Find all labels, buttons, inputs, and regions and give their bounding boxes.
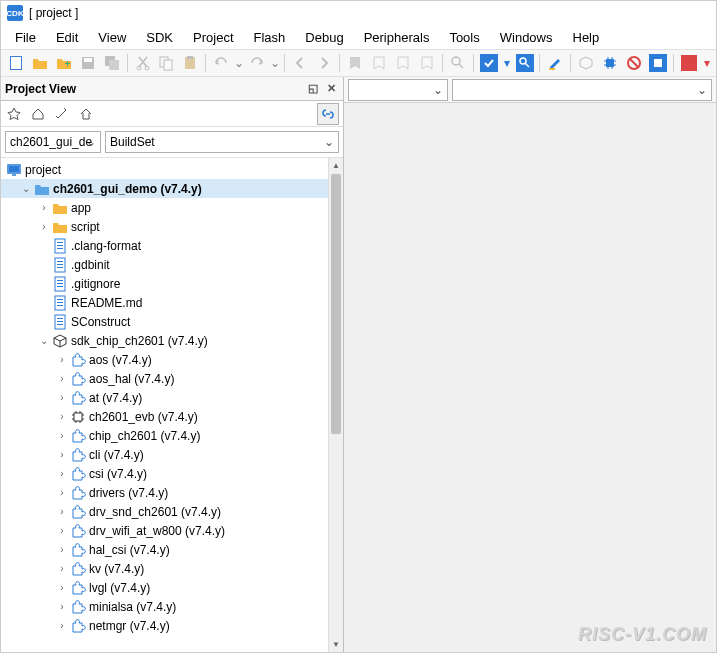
bookmark4-icon[interactable] — [416, 52, 438, 74]
restore-icon[interactable]: ◱ — [305, 81, 321, 97]
home-icon[interactable] — [29, 105, 47, 123]
blue-btn2-icon[interactable] — [514, 52, 536, 74]
save-icon[interactable] — [77, 52, 99, 74]
tree-component[interactable]: ›drv_wifi_at_w800 (v7.4.y) — [1, 521, 343, 540]
bookmark1-icon[interactable] — [344, 52, 366, 74]
tree-component[interactable]: ›aos_hal (v7.4.y) — [1, 369, 343, 388]
new-folder-icon[interactable] — [53, 52, 75, 74]
grid-red-icon[interactable] — [678, 52, 700, 74]
expand-icon[interactable]: › — [55, 392, 69, 403]
tree-component[interactable]: ›chip_ch2601 (v7.4.y) — [1, 426, 343, 445]
menu-sdk[interactable]: SDK — [136, 28, 183, 47]
expand-icon[interactable]: › — [55, 563, 69, 574]
menu-file[interactable]: File — [5, 28, 46, 47]
menu-flash[interactable]: Flash — [244, 28, 296, 47]
project-tree[interactable]: project ⌄ ch2601_gui_demo (v7.4.y) › app… — [1, 158, 343, 652]
nav-fwd-icon[interactable] — [313, 52, 335, 74]
expand-icon[interactable]: › — [55, 411, 69, 422]
project-select[interactable]: ch2601_gui_de — [5, 131, 101, 153]
scroll-up-icon[interactable]: ▲ — [329, 158, 343, 173]
menu-windows[interactable]: Windows — [490, 28, 563, 47]
open-icon[interactable] — [29, 52, 51, 74]
expand-icon[interactable]: › — [55, 468, 69, 479]
tree-component[interactable]: ›kv (v7.4.y) — [1, 559, 343, 578]
expand-icon[interactable]: › — [55, 449, 69, 460]
tree-component[interactable]: ›csi (v7.4.y) — [1, 464, 343, 483]
tree-folder[interactable]: › script — [1, 217, 343, 236]
tree-file[interactable]: .clang-format — [1, 236, 343, 255]
buildset-select[interactable]: BuildSet — [105, 131, 339, 153]
tree-file[interactable]: .gitignore — [1, 274, 343, 293]
collapse-icon[interactable]: ⌄ — [19, 183, 33, 194]
menu-edit[interactable]: Edit — [46, 28, 88, 47]
undo-icon[interactable] — [210, 52, 232, 74]
blue-dropdown-icon[interactable]: ▾ — [502, 52, 512, 74]
blue-btn3-icon[interactable] — [647, 52, 669, 74]
tree-component[interactable]: ›netmgr (v7.4.y) — [1, 616, 343, 635]
close-panel-icon[interactable]: ✕ — [323, 81, 339, 97]
nav-back-icon[interactable] — [289, 52, 311, 74]
tree-project-node[interactable]: ⌄ ch2601_gui_demo (v7.4.y) — [1, 179, 343, 198]
tree-folder[interactable]: › app — [1, 198, 343, 217]
menu-help[interactable]: Help — [563, 28, 610, 47]
expand-icon[interactable]: › — [55, 620, 69, 631]
menu-tools[interactable]: Tools — [439, 28, 489, 47]
undo-dropdown-icon[interactable]: ⌄ — [234, 52, 244, 74]
redo-dropdown-icon[interactable]: ⌄ — [270, 52, 280, 74]
box3d-icon[interactable] — [575, 52, 597, 74]
home2-icon[interactable] — [77, 105, 95, 123]
scope-select[interactable] — [348, 79, 448, 101]
expand-icon[interactable]: › — [55, 506, 69, 517]
search-icon[interactable] — [447, 52, 469, 74]
tree-component[interactable]: ›drv_snd_ch2601 (v7.4.y) — [1, 502, 343, 521]
copy-icon[interactable] — [156, 52, 178, 74]
cut-icon[interactable] — [132, 52, 154, 74]
expand-icon[interactable]: › — [55, 487, 69, 498]
tree-component[interactable]: ›drivers (v7.4.y) — [1, 483, 343, 502]
tree-component[interactable]: ›cli (v7.4.y) — [1, 445, 343, 464]
paste-icon[interactable] — [179, 52, 201, 74]
scroll-down-icon[interactable]: ▼ — [329, 637, 343, 652]
expand-icon[interactable]: › — [55, 354, 69, 365]
menu-view[interactable]: View — [88, 28, 136, 47]
menu-project[interactable]: Project — [183, 28, 243, 47]
tree-root[interactable]: project — [1, 160, 343, 179]
new-file-icon[interactable] — [5, 52, 27, 74]
expand-icon[interactable]: › — [37, 202, 51, 213]
blue-btn1-icon[interactable] — [478, 52, 500, 74]
stop-icon[interactable] — [623, 52, 645, 74]
menu-debug[interactable]: Debug — [295, 28, 353, 47]
expand-icon[interactable]: › — [37, 221, 51, 232]
expand-icon[interactable]: › — [55, 373, 69, 384]
tree-component[interactable]: ›ch2601_evb (v7.4.y) — [1, 407, 343, 426]
symbol-select[interactable] — [452, 79, 712, 101]
expand-icon[interactable]: › — [55, 544, 69, 555]
redo-icon[interactable] — [246, 52, 268, 74]
expand-icon[interactable]: › — [55, 525, 69, 536]
wand-icon[interactable] — [53, 105, 71, 123]
bookmark2-icon[interactable] — [368, 52, 390, 74]
highlight-icon[interactable] — [544, 52, 566, 74]
tree-file[interactable]: README.md — [1, 293, 343, 312]
tree-component[interactable]: ›minialsa (v7.4.y) — [1, 597, 343, 616]
scroll-thumb[interactable] — [331, 174, 341, 434]
tree-file[interactable]: .gdbinit — [1, 255, 343, 274]
tree-component[interactable]: ›aos (v7.4.y) — [1, 350, 343, 369]
chip-icon[interactable] — [599, 52, 621, 74]
bookmark3-icon[interactable] — [392, 52, 414, 74]
tree-component[interactable]: ›at (v7.4.y) — [1, 388, 343, 407]
menu-peripherals[interactable]: Peripherals — [354, 28, 440, 47]
save-all-icon[interactable] — [101, 52, 123, 74]
collapse-icon[interactable]: ⌄ — [37, 335, 51, 346]
tree-component[interactable]: ›lvgl (v7.4.y) — [1, 578, 343, 597]
expand-icon[interactable]: › — [55, 601, 69, 612]
tree-scrollbar[interactable]: ▲ ▼ — [328, 158, 343, 652]
grid-dropdown-icon[interactable]: ▾ — [702, 52, 712, 74]
expand-icon[interactable]: › — [55, 582, 69, 593]
expand-icon[interactable]: › — [55, 430, 69, 441]
tree-component[interactable]: ›hal_csi (v7.4.y) — [1, 540, 343, 559]
locate-icon[interactable] — [5, 105, 23, 123]
link-editor-icon[interactable] — [317, 103, 339, 125]
tree-sdk-node[interactable]: ⌄ sdk_chip_ch2601 (v7.4.y) — [1, 331, 343, 350]
tree-file[interactable]: SConstruct — [1, 312, 343, 331]
